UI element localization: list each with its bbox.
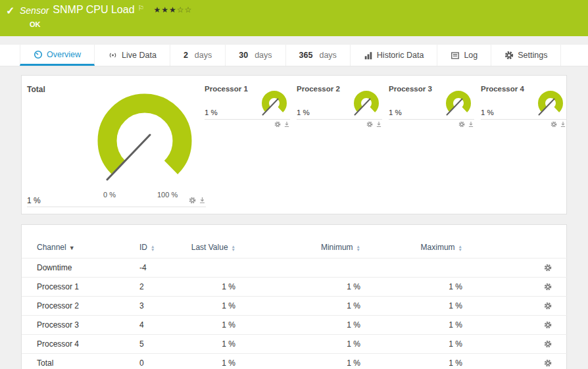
tab-365-days-word: days [319, 51, 336, 60]
table-row-downtime[interactable]: Downtime -4 [22, 258, 568, 278]
cell-minimum: 1 % [249, 354, 374, 369]
cell-last-value: 1 % [183, 297, 249, 316]
gauge-processor-1-pin-icon[interactable] [283, 121, 290, 128]
gauge-total-dial [89, 85, 201, 197]
tab-live-data[interactable]: Live Data [95, 45, 170, 66]
column-header-id[interactable]: ID▲▼ [132, 238, 183, 258]
cell-last-value: 1 % [183, 278, 249, 297]
column-header-minimum-label: Minimum [321, 243, 353, 252]
gauge-processor-1-gear-icon[interactable] [274, 121, 281, 128]
cell-channel: Downtime [22, 258, 132, 278]
cell-channel: Processor 3 [22, 316, 132, 335]
table-row-total[interactable]: Total 0 1 % 1 % 1 % [22, 354, 568, 369]
sort-both-icon: ▲▼ [458, 245, 462, 251]
gauge-processor-2-dial [351, 87, 382, 119]
cell-channel: Total [22, 354, 132, 369]
tab-365-days-number: 365 [299, 51, 313, 60]
sensor-status-badge: OK [30, 20, 41, 28]
cell-id: 0 [132, 354, 183, 369]
channel-settings-gear-icon[interactable] [544, 264, 552, 272]
channel-settings-gear-icon[interactable] [544, 321, 552, 329]
column-header-last-value[interactable]: Last Value▲▼ [183, 238, 249, 258]
stars-filled[interactable]: ★★★ [153, 5, 176, 14]
cell-minimum: 1 % [249, 335, 374, 354]
stars-empty[interactable]: ☆☆ [177, 5, 193, 14]
cell-id: 2 [132, 278, 183, 297]
table-row-processor-3[interactable]: Processor 3 4 1 % 1 % 1 % [22, 316, 568, 335]
tab-30-days-word: days [255, 51, 272, 60]
settings-gear-icon [504, 51, 514, 60]
cell-last-value [183, 258, 249, 278]
gauge-processor-3-value: 1 % [389, 109, 402, 116]
tab-overview[interactable]: Overview [20, 45, 95, 66]
cell-minimum: 1 % [249, 297, 374, 316]
tab-2-days[interactable]: 2 days [170, 45, 226, 66]
tab-historic-data-label: Historic Data [377, 51, 424, 60]
status-ok-check-icon: ✓ [6, 5, 14, 17]
sensor-header: ✓ Sensor SNMP CPU Load ⚐ ★★★☆☆ OK [0, 0, 588, 36]
channel-settings-gear-icon[interactable] [544, 302, 552, 310]
column-header-minimum[interactable]: Minimum▲▼ [249, 238, 374, 258]
gauges-panel: Total 0 % 100 % 1 % Processor 1 [21, 75, 567, 214]
gauge-processor-1-dial [258, 87, 290, 119]
tab-log-label: Log [464, 51, 478, 60]
cell-channel: Processor 2 [22, 297, 132, 316]
column-header-maximum[interactable]: Maximum▲▼ [374, 238, 476, 258]
gauge-processor-1-value: 1 % [205, 109, 218, 116]
live-data-broadcast-icon [108, 51, 118, 60]
channel-table-panel: Channel▼ ID▲▼ Last Value▲▼ Minimum▲▼ Max… [21, 224, 567, 369]
cell-minimum: 1 % [249, 316, 374, 335]
object-kind-label: Sensor [20, 4, 49, 16]
channel-settings-gear-icon[interactable] [544, 359, 552, 367]
table-header-row: Channel▼ ID▲▼ Last Value▲▼ Minimum▲▼ Max… [22, 238, 568, 258]
tab-settings-label: Settings [518, 51, 547, 60]
divider [389, 119, 474, 120]
gauge-processor-4-gear-icon[interactable] [551, 121, 557, 128]
gauge-processor-4-value: 1 % [481, 109, 494, 116]
divider [481, 119, 566, 120]
gauge-processor-4-dial [535, 87, 566, 119]
tab-30-days-number: 30 [239, 51, 248, 60]
gauge-total-value: 1 % [27, 196, 41, 205]
gauge-processor-1: Processor 1 1 % [205, 85, 290, 127]
table-row-processor-4[interactable]: Processor 4 5 1 % 1 % 1 % [22, 335, 568, 354]
cell-id: 3 [132, 297, 183, 316]
overview-gauge-icon [34, 50, 43, 59]
gauge-total-gear-icon[interactable] [189, 197, 196, 204]
tab-log[interactable]: Log [437, 45, 491, 66]
sort-desc-icon: ▼ [69, 245, 75, 251]
tab-365-days[interactable]: 365 days [286, 45, 351, 66]
priority-flag-icon[interactable]: ⚐ [138, 4, 145, 12]
channel-settings-gear-icon[interactable] [544, 283, 552, 291]
cell-last-value: 1 % [183, 354, 249, 369]
tab-historic-data[interactable]: Historic Data [351, 45, 438, 66]
gauge-processor-3-gear-icon[interactable] [458, 121, 465, 128]
tab-bar: Overview Live Data 2 days 30 days 365 da… [0, 45, 588, 66]
column-header-last-value-label: Last Value [191, 243, 228, 252]
column-header-channel-label: Channel [37, 243, 66, 252]
cell-channel: Processor 4 [22, 335, 132, 354]
tab-settings[interactable]: Settings [491, 45, 561, 66]
column-header-maximum-label: Maximum [421, 243, 455, 252]
sort-both-icon: ▲▼ [151, 245, 155, 251]
gauge-processor-3-dial [443, 87, 474, 119]
gauge-processor-2-value: 1 % [297, 109, 310, 116]
gauge-processor-4-pin-icon[interactable] [560, 121, 566, 128]
priority-stars[interactable]: ★★★☆☆ [153, 4, 192, 14]
sensor-name: SNMP CPU Load [53, 4, 134, 16]
tab-overview-label: Overview [47, 50, 81, 59]
gauge-total: Total 0 % 100 % 1 % [27, 85, 206, 207]
gauge-total-pin-icon[interactable] [199, 197, 206, 204]
column-header-channel[interactable]: Channel▼ [22, 238, 132, 258]
gauge-processor-2-pin-icon[interactable] [376, 121, 382, 128]
table-row-processor-1[interactable]: Processor 1 2 1 % 1 % 1 % [22, 278, 568, 297]
cell-maximum: 1 % [374, 354, 476, 369]
table-row-processor-2[interactable]: Processor 2 3 1 % 1 % 1 % [22, 297, 568, 316]
gauge-processor-2-gear-icon[interactable] [366, 121, 373, 128]
tab-30-days[interactable]: 30 days [226, 45, 285, 66]
divider [205, 119, 290, 120]
gauge-processor-3-pin-icon[interactable] [468, 121, 474, 128]
channel-settings-gear-icon[interactable] [544, 340, 552, 348]
tab-2-days-word: days [195, 51, 212, 60]
cell-id: -4 [132, 258, 183, 278]
